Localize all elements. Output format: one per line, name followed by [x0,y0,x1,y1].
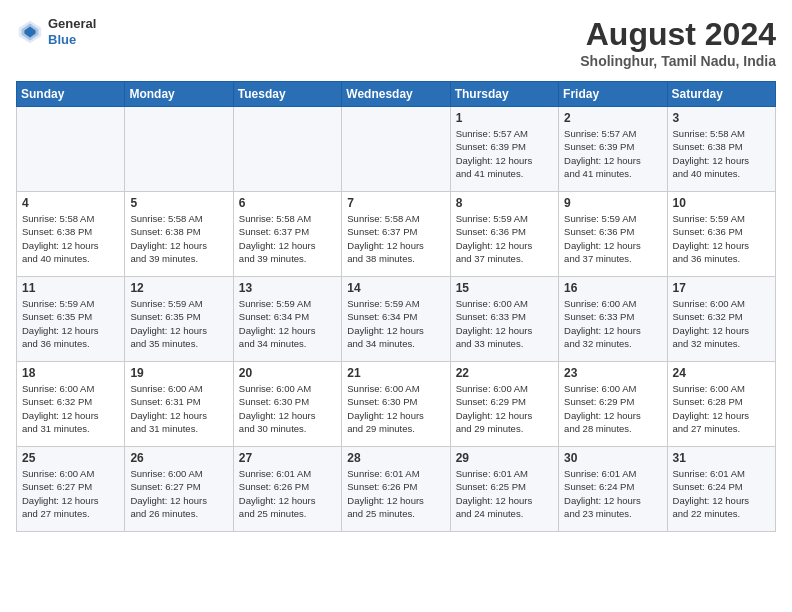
day-info: Sunrise: 6:00 AM Sunset: 6:30 PM Dayligh… [239,382,336,435]
calendar-cell: 17Sunrise: 6:00 AM Sunset: 6:32 PM Dayli… [667,277,775,362]
logo: General Blue [16,16,96,47]
day-info: Sunrise: 6:00 AM Sunset: 6:33 PM Dayligh… [456,297,553,350]
day-number: 30 [564,451,661,465]
month-year-title: August 2024 [580,16,776,53]
day-number: 18 [22,366,119,380]
calendar-cell: 2Sunrise: 5:57 AM Sunset: 6:39 PM Daylig… [559,107,667,192]
calendar-cell: 15Sunrise: 6:00 AM Sunset: 6:33 PM Dayli… [450,277,558,362]
calendar-cell: 16Sunrise: 6:00 AM Sunset: 6:33 PM Dayli… [559,277,667,362]
day-number: 28 [347,451,444,465]
location-subtitle: Sholinghur, Tamil Nadu, India [580,53,776,69]
day-info: Sunrise: 6:00 AM Sunset: 6:33 PM Dayligh… [564,297,661,350]
day-number: 7 [347,196,444,210]
calendar-body: 1Sunrise: 5:57 AM Sunset: 6:39 PM Daylig… [17,107,776,532]
day-info: Sunrise: 6:01 AM Sunset: 6:24 PM Dayligh… [564,467,661,520]
logo-text: General Blue [48,16,96,47]
header-cell-thursday: Thursday [450,82,558,107]
day-number: 8 [456,196,553,210]
header-cell-sunday: Sunday [17,82,125,107]
day-info: Sunrise: 5:58 AM Sunset: 6:38 PM Dayligh… [673,127,770,180]
day-info: Sunrise: 5:58 AM Sunset: 6:37 PM Dayligh… [239,212,336,265]
calendar-cell: 5Sunrise: 5:58 AM Sunset: 6:38 PM Daylig… [125,192,233,277]
calendar-cell: 9Sunrise: 5:59 AM Sunset: 6:36 PM Daylig… [559,192,667,277]
day-info: Sunrise: 6:00 AM Sunset: 6:27 PM Dayligh… [22,467,119,520]
day-info: Sunrise: 6:00 AM Sunset: 6:27 PM Dayligh… [130,467,227,520]
day-info: Sunrise: 5:59 AM Sunset: 6:36 PM Dayligh… [456,212,553,265]
calendar-cell: 22Sunrise: 6:00 AM Sunset: 6:29 PM Dayli… [450,362,558,447]
calendar-cell: 7Sunrise: 5:58 AM Sunset: 6:37 PM Daylig… [342,192,450,277]
calendar-cell: 6Sunrise: 5:58 AM Sunset: 6:37 PM Daylig… [233,192,341,277]
calendar-cell: 26Sunrise: 6:00 AM Sunset: 6:27 PM Dayli… [125,447,233,532]
day-number: 23 [564,366,661,380]
calendar-cell: 1Sunrise: 5:57 AM Sunset: 6:39 PM Daylig… [450,107,558,192]
day-info: Sunrise: 6:00 AM Sunset: 6:32 PM Dayligh… [673,297,770,350]
header-cell-saturday: Saturday [667,82,775,107]
calendar-week-3: 11Sunrise: 5:59 AM Sunset: 6:35 PM Dayli… [17,277,776,362]
day-info: Sunrise: 6:00 AM Sunset: 6:32 PM Dayligh… [22,382,119,435]
calendar-cell: 21Sunrise: 6:00 AM Sunset: 6:30 PM Dayli… [342,362,450,447]
header-row: SundayMondayTuesdayWednesdayThursdayFrid… [17,82,776,107]
day-number: 4 [22,196,119,210]
calendar-cell [125,107,233,192]
day-number: 11 [22,281,119,295]
day-number: 6 [239,196,336,210]
calendar-cell [233,107,341,192]
day-info: Sunrise: 5:59 AM Sunset: 6:36 PM Dayligh… [673,212,770,265]
calendar-cell [17,107,125,192]
calendar-cell: 11Sunrise: 5:59 AM Sunset: 6:35 PM Dayli… [17,277,125,362]
day-info: Sunrise: 5:58 AM Sunset: 6:37 PM Dayligh… [347,212,444,265]
day-number: 31 [673,451,770,465]
day-number: 12 [130,281,227,295]
calendar-cell: 23Sunrise: 6:00 AM Sunset: 6:29 PM Dayli… [559,362,667,447]
day-info: Sunrise: 6:00 AM Sunset: 6:29 PM Dayligh… [456,382,553,435]
calendar-cell: 20Sunrise: 6:00 AM Sunset: 6:30 PM Dayli… [233,362,341,447]
calendar-cell: 19Sunrise: 6:00 AM Sunset: 6:31 PM Dayli… [125,362,233,447]
day-info: Sunrise: 5:59 AM Sunset: 6:34 PM Dayligh… [347,297,444,350]
header-cell-wednesday: Wednesday [342,82,450,107]
day-info: Sunrise: 5:59 AM Sunset: 6:35 PM Dayligh… [130,297,227,350]
calendar-week-4: 18Sunrise: 6:00 AM Sunset: 6:32 PM Dayli… [17,362,776,447]
day-number: 16 [564,281,661,295]
calendar-cell: 28Sunrise: 6:01 AM Sunset: 6:26 PM Dayli… [342,447,450,532]
day-number: 21 [347,366,444,380]
day-info: Sunrise: 6:00 AM Sunset: 6:31 PM Dayligh… [130,382,227,435]
calendar-cell: 30Sunrise: 6:01 AM Sunset: 6:24 PM Dayli… [559,447,667,532]
day-info: Sunrise: 6:00 AM Sunset: 6:30 PM Dayligh… [347,382,444,435]
calendar-cell: 18Sunrise: 6:00 AM Sunset: 6:32 PM Dayli… [17,362,125,447]
calendar-week-1: 1Sunrise: 5:57 AM Sunset: 6:39 PM Daylig… [17,107,776,192]
header-cell-friday: Friday [559,82,667,107]
logo-icon [16,18,44,46]
page-header: General Blue August 2024 Sholinghur, Tam… [16,16,776,69]
calendar-cell [342,107,450,192]
day-number: 20 [239,366,336,380]
day-info: Sunrise: 5:59 AM Sunset: 6:35 PM Dayligh… [22,297,119,350]
day-number: 2 [564,111,661,125]
day-info: Sunrise: 6:01 AM Sunset: 6:25 PM Dayligh… [456,467,553,520]
calendar-cell: 8Sunrise: 5:59 AM Sunset: 6:36 PM Daylig… [450,192,558,277]
day-number: 15 [456,281,553,295]
day-info: Sunrise: 6:00 AM Sunset: 6:28 PM Dayligh… [673,382,770,435]
calendar-week-2: 4Sunrise: 5:58 AM Sunset: 6:38 PM Daylig… [17,192,776,277]
calendar-cell: 3Sunrise: 5:58 AM Sunset: 6:38 PM Daylig… [667,107,775,192]
calendar-cell: 25Sunrise: 6:00 AM Sunset: 6:27 PM Dayli… [17,447,125,532]
calendar-week-5: 25Sunrise: 6:00 AM Sunset: 6:27 PM Dayli… [17,447,776,532]
day-number: 19 [130,366,227,380]
day-number: 25 [22,451,119,465]
day-number: 10 [673,196,770,210]
calendar-cell: 10Sunrise: 5:59 AM Sunset: 6:36 PM Dayli… [667,192,775,277]
day-number: 3 [673,111,770,125]
header-cell-monday: Monday [125,82,233,107]
calendar-header: SundayMondayTuesdayWednesdayThursdayFrid… [17,82,776,107]
calendar-cell: 12Sunrise: 5:59 AM Sunset: 6:35 PM Dayli… [125,277,233,362]
day-number: 29 [456,451,553,465]
calendar-cell: 14Sunrise: 5:59 AM Sunset: 6:34 PM Dayli… [342,277,450,362]
calendar-cell: 13Sunrise: 5:59 AM Sunset: 6:34 PM Dayli… [233,277,341,362]
day-number: 9 [564,196,661,210]
day-info: Sunrise: 6:01 AM Sunset: 6:26 PM Dayligh… [239,467,336,520]
day-number: 26 [130,451,227,465]
day-info: Sunrise: 5:57 AM Sunset: 6:39 PM Dayligh… [564,127,661,180]
day-info: Sunrise: 5:59 AM Sunset: 6:34 PM Dayligh… [239,297,336,350]
day-number: 14 [347,281,444,295]
calendar-table: SundayMondayTuesdayWednesdayThursdayFrid… [16,81,776,532]
day-info: Sunrise: 6:01 AM Sunset: 6:26 PM Dayligh… [347,467,444,520]
